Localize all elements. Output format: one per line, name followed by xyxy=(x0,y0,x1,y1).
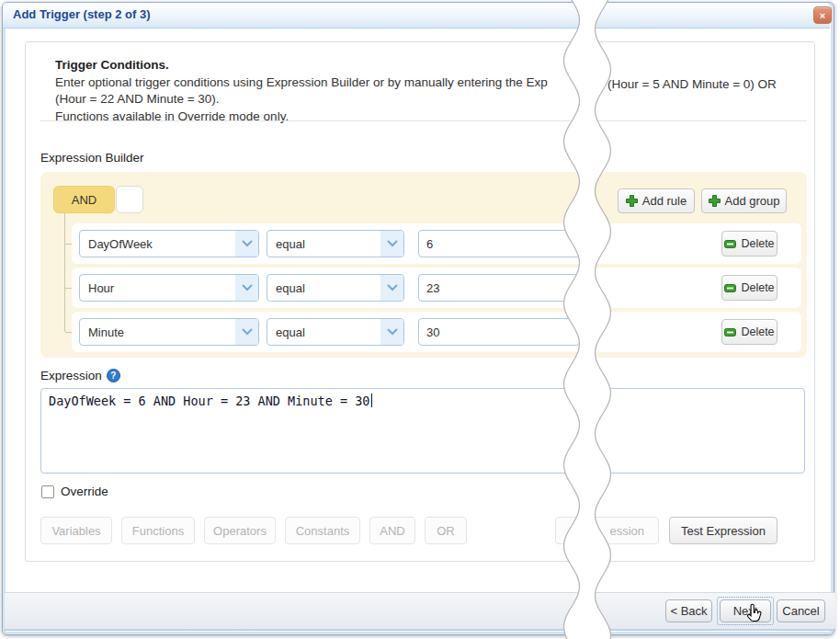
chevron-up-icon xyxy=(588,281,597,287)
expression-textarea[interactable]: DayOfWeek = 6 AND Hour = 23 AND Minute =… xyxy=(40,388,805,474)
tree-connector-vertical xyxy=(64,213,65,332)
operator-select-value: equal xyxy=(267,325,380,339)
minus-icon xyxy=(724,240,736,248)
minus-icon xyxy=(724,284,736,292)
tree-connector-stub xyxy=(65,244,72,245)
field-select-hour[interactable]: Hour xyxy=(79,274,259,302)
chevron-down-icon xyxy=(235,275,258,301)
intro-line-2-right-fragment: (Hour = 5 AND Minute = 0) OR xyxy=(607,77,777,91)
chevron-down-icon xyxy=(235,231,258,257)
expression-label-row: Expression ? xyxy=(40,369,120,382)
value-input-hour[interactable] xyxy=(419,275,588,301)
tree-connector-stub xyxy=(65,332,72,333)
field-select-value: DayOfWeek xyxy=(80,237,235,251)
or-label: OR xyxy=(437,524,455,538)
back-label: < Back xyxy=(670,604,707,618)
close-button[interactable]: × xyxy=(813,6,832,24)
partial-label: ession xyxy=(609,524,644,538)
delete-rule-button[interactable]: Delete xyxy=(721,231,778,257)
text-caret xyxy=(371,394,372,407)
operator-select-dayofweek[interactable]: equal xyxy=(267,230,404,257)
value-spinner-hour xyxy=(418,274,580,302)
group-operator-and-toggle[interactable]: AND xyxy=(53,186,115,213)
spinner-buttons[interactable] xyxy=(588,319,597,345)
back-button[interactable]: < Back xyxy=(665,599,712,622)
intro-line-3: (Hour = 22 AND Minute = 30). xyxy=(55,91,548,108)
help-icon[interactable]: ? xyxy=(107,369,120,382)
operators-button[interactable]: Operators xyxy=(204,517,276,544)
cancel-button[interactable]: Cancel xyxy=(777,599,825,622)
expression-label: Expression xyxy=(40,369,102,382)
intro-line-2: Enter optional trigger conditions using … xyxy=(55,74,548,92)
operator-select-value: equal xyxy=(267,237,380,251)
chevron-up-icon xyxy=(588,325,597,331)
intro-line-4: Functions available in Override mode onl… xyxy=(55,108,548,126)
test-expression-button[interactable]: Test Expression xyxy=(669,517,778,544)
field-select-value: Minute xyxy=(80,325,235,339)
spinner-buttons[interactable] xyxy=(588,231,597,257)
value-input-dayofweek[interactable] xyxy=(419,231,588,257)
section-divider xyxy=(40,120,807,121)
constants-label: Constants xyxy=(296,524,350,538)
chevron-down-icon xyxy=(588,334,597,339)
or-button[interactable]: OR xyxy=(425,517,467,544)
and-toggle-label: AND xyxy=(72,193,96,207)
trigger-conditions-heading: Trigger Conditions. xyxy=(55,57,548,74)
tree-connector-stub xyxy=(65,288,72,289)
delete-button-label: Delete xyxy=(741,281,774,294)
help-glyph: ? xyxy=(110,371,116,381)
cancel-label: Cancel xyxy=(782,604,819,618)
clear-expression-button-partial[interactable]: ession xyxy=(555,517,659,544)
add-group-button[interactable]: Add group xyxy=(701,188,787,213)
delete-button-label: Delete xyxy=(741,325,774,338)
delete-rule-button[interactable]: Delete xyxy=(721,319,778,345)
override-checkbox[interactable] xyxy=(41,485,54,498)
add-group-label: Add group xyxy=(725,194,780,208)
and-button[interactable]: AND xyxy=(369,517,415,544)
close-icon: × xyxy=(820,10,825,21)
variables-label: Variables xyxy=(51,524,100,538)
chevron-up-icon xyxy=(588,237,597,243)
and-label: AND xyxy=(380,524,404,538)
operators-label: Operators xyxy=(213,524,267,538)
field-select-minute[interactable]: Minute xyxy=(79,318,259,346)
functions-label: Functions xyxy=(132,524,184,538)
override-label: Override xyxy=(61,485,108,498)
delete-rule-button[interactable]: Delete xyxy=(721,275,778,301)
add-rule-button[interactable]: Add rule xyxy=(618,188,695,213)
minus-icon xyxy=(724,328,736,337)
operator-select-value: equal xyxy=(267,281,380,295)
expression-text: DayOfWeek = 6 AND Hour = 23 AND Minute =… xyxy=(49,394,370,408)
field-select-value: Hour xyxy=(80,281,235,295)
value-spinner-dayofweek xyxy=(418,230,580,257)
expression-builder-label: Expression Builder xyxy=(40,151,144,165)
operator-select-hour[interactable]: equal xyxy=(267,274,404,302)
chevron-down-icon xyxy=(235,319,258,345)
operator-select-minute[interactable]: equal xyxy=(267,318,404,346)
override-row: Override xyxy=(41,485,108,498)
value-input-minute[interactable] xyxy=(419,319,588,345)
test-expression-label: Test Expression xyxy=(681,524,766,538)
screenshot-stage: Add Trigger (step 2 of 3) × Trigger Cond… xyxy=(0,0,840,639)
group-operator-or-toggle[interactable] xyxy=(116,186,143,213)
trigger-conditions-text: Trigger Conditions. Enter optional trigg… xyxy=(55,57,548,125)
chevron-down-icon xyxy=(588,245,597,251)
chevron-down-icon xyxy=(380,319,403,345)
dialog-title: Add Trigger (step 2 of 3) xyxy=(13,7,151,21)
value-spinner-minute xyxy=(418,318,580,346)
constants-button[interactable]: Constants xyxy=(285,517,360,544)
next-button-focus-ring: Next xyxy=(717,597,774,625)
functions-button[interactable]: Functions xyxy=(121,517,195,544)
chevron-down-icon xyxy=(588,290,597,295)
chevron-down-icon xyxy=(380,231,403,257)
add-rule-label: Add rule xyxy=(642,194,687,208)
field-select-dayofweek[interactable]: DayOfWeek xyxy=(79,230,259,257)
delete-button-label: Delete xyxy=(741,237,774,250)
variables-button[interactable]: Variables xyxy=(40,517,112,544)
next-label: Next xyxy=(733,604,758,618)
spinner-buttons[interactable] xyxy=(588,275,597,301)
plus-icon xyxy=(709,195,721,207)
chevron-down-icon xyxy=(380,275,403,301)
next-button[interactable]: Next xyxy=(720,599,771,622)
plus-icon xyxy=(626,195,638,207)
